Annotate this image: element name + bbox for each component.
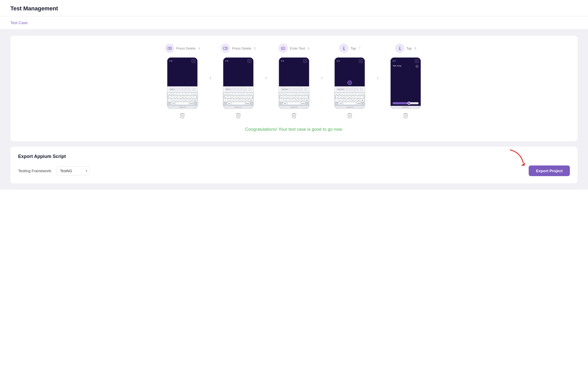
breadcrumb-link[interactable]: Test Case [10, 20, 28, 25]
step-item-5: Tap 8 ✕ Task Jump [380, 44, 432, 120]
phone-mockup-4: ✕ Task item qwertyuiop [334, 57, 365, 109]
framework-select[interactable]: TestNG JUnit PyTest [56, 167, 90, 175]
step-item-2: Press Delete 5 ✕ Task 1 [212, 44, 264, 120]
step-number-5: 8 [414, 46, 416, 50]
step-header-5: Tap 8 [395, 44, 416, 53]
export-card: Export Appium Script Testing Framework: … [10, 147, 578, 183]
arrow-1: › [209, 74, 211, 89]
framework-select-wrapper[interactable]: TestNG JUnit PyTest ▾ [56, 167, 90, 175]
delete-step-1[interactable] [180, 113, 185, 120]
delete-step-3[interactable] [291, 113, 297, 120]
step-number-3: 6 [308, 46, 310, 50]
tap-icon-1 [339, 44, 348, 53]
svg-rect-1 [224, 47, 227, 50]
delete-step-2[interactable] [236, 113, 241, 120]
page-wrapper: Test Management Test Case [0, 0, 588, 374]
export-project-button[interactable]: Export Project [529, 165, 570, 176]
phone-mockup-3: ✕ Task item qwertyuiop asdfgh [278, 57, 310, 109]
svg-point-3 [344, 47, 345, 47]
step-header-1: Press Delete 4 [165, 44, 200, 53]
step-label-2: Press Delete [232, 46, 251, 50]
export-title: Export Appium Script [18, 154, 570, 159]
delete-step-4[interactable] [347, 113, 352, 120]
step-item-1: Press Delete 4 ✕ Task 1 [156, 44, 208, 120]
step-header-2: Press Delete 5 [221, 44, 256, 53]
step-header-4: Tap 7 [339, 44, 360, 53]
phone-mockup-1: ✕ Task 1 qwertyuiop asdfghjkl [167, 57, 198, 109]
delete-step-5[interactable] [403, 113, 408, 120]
steps-card: Press Delete 4 ✕ Task 1 [10, 36, 578, 141]
press-delete-icon-2 [221, 44, 230, 53]
step-label-5: Tap [406, 46, 412, 50]
arrow-4: › [377, 74, 378, 89]
tap-icon-2 [395, 44, 404, 53]
press-delete-icon-1 [165, 44, 174, 53]
step-number-1: 4 [198, 46, 200, 50]
step-label-1: Press Delete [176, 46, 196, 50]
phone-mockup-5: ✕ Task Jump [390, 57, 421, 109]
framework-label: Testing Framework: [18, 169, 52, 173]
steps-row: Press Delete 4 ✕ Task 1 [16, 44, 572, 120]
step-number-2: 5 [254, 46, 256, 50]
congrats-message: Congratulations! Your test case is good … [16, 127, 572, 132]
header: Test Management [0, 0, 588, 16]
export-row: Testing Framework: TestNG JUnit PyTest ▾ [18, 165, 570, 176]
svg-point-4 [400, 47, 400, 47]
step-item-4: Tap 7 ✕ Task item [324, 44, 376, 120]
phone-mockup-2: ✕ Task 1 qwertyuiop asdfghjkl [223, 57, 254, 109]
step-label-3: Enter Text [290, 46, 305, 50]
arrow-2: › [265, 74, 267, 89]
svg-marker-5 [521, 162, 525, 166]
enter-text-icon [278, 44, 288, 53]
arrow-3: › [321, 74, 323, 89]
main-content: Press Delete 4 ✕ Task 1 [0, 30, 588, 190]
step-label-4: Tap [350, 46, 356, 50]
step-header-3: Enter Text 6 [278, 44, 310, 53]
breadcrumb-bar: Test Case [0, 16, 588, 30]
step-number-4: 7 [358, 46, 360, 50]
page-title: Test Management [10, 5, 578, 12]
step-item-3: Enter Text 6 ✕ Task item [268, 44, 320, 120]
